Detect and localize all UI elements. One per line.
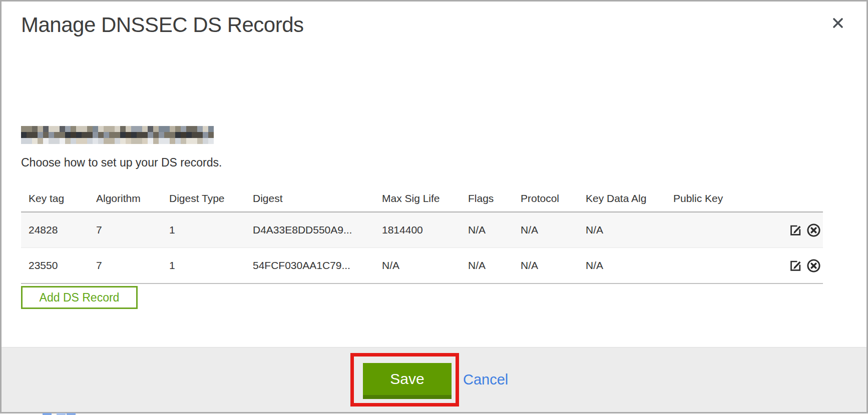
table-body: 2482871D4A33E8DD550A9...1814400N/AN/AN/A… bbox=[21, 212, 823, 284]
modal-page: Manage DNSSEC DS Records Choose how to s… bbox=[0, 0, 868, 415]
edit-record-button[interactable] bbox=[789, 259, 802, 272]
instruction-text: Choose how to set up your DS records. bbox=[21, 156, 222, 170]
cell-public-key bbox=[666, 212, 781, 248]
cell-key-data-alg: N/A bbox=[578, 212, 666, 248]
delete-icon bbox=[806, 223, 821, 238]
column-header: Key tag bbox=[21, 182, 89, 212]
column-header: Digest bbox=[245, 182, 374, 212]
dialog-title: Manage DNSSEC DS Records bbox=[21, 13, 304, 37]
cell-digest: 54FCF030AA1C79... bbox=[245, 248, 374, 284]
column-header: Key Data Alg bbox=[578, 182, 666, 212]
cell-algorithm: 7 bbox=[89, 248, 162, 284]
manage-dnssec-dialog: Manage DNSSEC DS Records Choose how to s… bbox=[0, 0, 868, 414]
domain-name-redacted bbox=[21, 126, 214, 144]
cell-key-tag: 23550 bbox=[21, 248, 89, 284]
delete-record-button[interactable] bbox=[806, 223, 821, 238]
cell-key-data-alg: N/A bbox=[578, 248, 666, 284]
cell-max-sig-life: 1814400 bbox=[374, 212, 461, 248]
table-row: 2482871D4A33E8DD550A9...1814400N/AN/AN/A bbox=[21, 212, 823, 248]
save-highlight-annotation: Save bbox=[350, 353, 459, 406]
cancel-link[interactable]: Cancel bbox=[463, 372, 508, 388]
column-header: Flags bbox=[461, 182, 513, 212]
add-ds-record-button[interactable]: Add DS Record bbox=[21, 286, 138, 309]
cell-flags: N/A bbox=[461, 248, 513, 284]
cell-digest-type: 1 bbox=[162, 212, 245, 248]
dialog-footer: Save Cancel bbox=[2, 347, 866, 412]
edit-icon bbox=[789, 224, 802, 237]
cell-protocol: N/A bbox=[513, 212, 578, 248]
column-header: Digest Type bbox=[162, 182, 245, 212]
row-actions bbox=[781, 212, 823, 248]
cell-protocol: N/A bbox=[513, 248, 578, 284]
edit-icon bbox=[789, 259, 802, 272]
close-icon bbox=[830, 16, 845, 30]
save-button[interactable]: Save bbox=[363, 363, 452, 399]
column-header: Protocol bbox=[513, 182, 578, 212]
background-page-fragment bbox=[43, 413, 52, 415]
delete-record-button[interactable] bbox=[806, 258, 821, 273]
cell-max-sig-life: N/A bbox=[374, 248, 461, 284]
cell-digest-type: 1 bbox=[162, 248, 245, 284]
edit-record-button[interactable] bbox=[789, 224, 802, 237]
cell-public-key bbox=[666, 248, 781, 284]
cell-key-tag: 24828 bbox=[21, 212, 89, 248]
row-actions bbox=[781, 248, 823, 284]
column-header: Max Sig Life bbox=[374, 182, 461, 212]
column-header: Public Key bbox=[666, 182, 781, 212]
delete-icon bbox=[806, 258, 821, 273]
column-header-actions bbox=[781, 182, 823, 212]
table-row: 235507154FCF030AA1C79...N/AN/AN/AN/A bbox=[21, 248, 823, 284]
cell-digest: D4A33E8DD550A9... bbox=[245, 212, 374, 248]
cell-algorithm: 7 bbox=[89, 212, 162, 248]
close-button[interactable] bbox=[829, 14, 847, 32]
table-header-row: Key tagAlgorithmDigest TypeDigestMax Sig… bbox=[21, 182, 823, 212]
ds-records-table: Key tagAlgorithmDigest TypeDigestMax Sig… bbox=[21, 182, 823, 284]
cell-flags: N/A bbox=[461, 212, 513, 248]
column-header: Algorithm bbox=[89, 182, 162, 212]
